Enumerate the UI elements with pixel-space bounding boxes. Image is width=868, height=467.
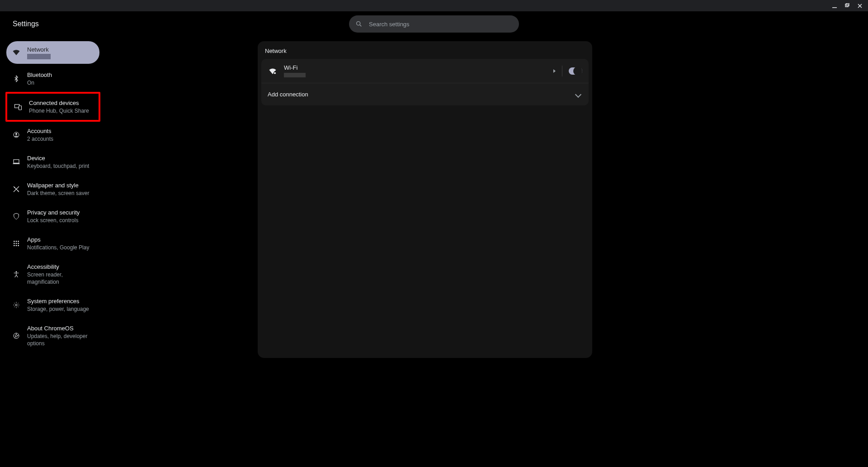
sidebar-item-sublabel: Updates, help, developer options: [27, 333, 94, 347]
sidebar-item-label: About ChromeOS: [27, 324, 94, 333]
svg-point-3: [357, 22, 360, 25]
window-titlebar: [0, 0, 868, 11]
wifi-row[interactable]: Wi-Fi: [261, 59, 589, 83]
sidebar-item-label: Wallpaper and style: [27, 181, 89, 190]
svg-point-20: [16, 245, 17, 246]
wifi-toggle[interactable]: [569, 67, 582, 75]
svg-line-4: [360, 25, 361, 26]
maximize-button[interactable]: [843, 1, 852, 10]
svg-point-12: [18, 191, 19, 191]
svg-point-22: [16, 271, 17, 272]
sidebar-item-label: Privacy and security: [27, 209, 80, 217]
svg-point-8: [15, 133, 17, 135]
sidebar-item-label: Accounts: [27, 127, 53, 135]
gear-icon: [12, 300, 21, 310]
network-panel: Network Wi-Fi: [258, 41, 592, 358]
sidebar-item-sublabel: On: [27, 79, 52, 86]
sidebar-item-connected-devices[interactable]: Connected devices Phone Hub, Quick Share: [8, 95, 98, 119]
wifi-lock-icon: [268, 66, 278, 76]
svg-point-19: [14, 245, 15, 246]
main-content: Network Wi-Fi: [104, 41, 868, 467]
annotation-highlight: Connected devices Phone Hub, Quick Share: [5, 92, 100, 122]
sidebar-item-device[interactable]: Device Keyboard, touchpad, print: [6, 150, 99, 174]
wifi-icon: [12, 48, 21, 57]
sidebar-item-label: Bluetooth: [27, 71, 52, 79]
svg-point-17: [16, 243, 17, 244]
network-card: Wi-Fi Add connection: [261, 59, 589, 105]
svg-point-16: [14, 243, 15, 244]
close-button[interactable]: [855, 1, 864, 10]
sidebar-item-label: Connected devices: [29, 99, 89, 107]
sidebar-item-label: System preferences: [27, 297, 89, 305]
sidebar-item-accessibility[interactable]: Accessibility Screen reader, magnificati…: [6, 258, 99, 290]
account-icon: [12, 130, 21, 139]
svg-point-15: [18, 241, 19, 242]
svg-rect-9: [14, 160, 19, 163]
svg-rect-26: [274, 72, 276, 74]
apps-grid-icon: [12, 239, 21, 248]
svg-point-11: [14, 187, 15, 188]
svg-point-18: [18, 243, 19, 244]
wifi-name-redacted: [284, 73, 306, 77]
svg-rect-1: [845, 4, 848, 7]
sidebar-item-sublabel: Notifications, Google Play: [27, 244, 89, 251]
sidebar-item-sublabel: Lock screen, controls: [27, 217, 80, 224]
chrome-icon: [12, 331, 21, 340]
add-connection-row[interactable]: Add connection: [261, 83, 589, 105]
sidebar-item-sublabel: Phone Hub, Quick Share: [29, 107, 89, 114]
sidebar-item-sublabel: Storage, power, language: [27, 305, 89, 313]
add-connection-label: Add connection: [268, 91, 570, 98]
svg-point-14: [16, 241, 17, 242]
sidebar-item-sublabel: 2 accounts: [27, 135, 53, 143]
section-title: Network: [258, 48, 592, 59]
palette-icon: [12, 185, 21, 194]
sidebar-item-sublabel-redacted: [27, 54, 51, 59]
sidebar-item-label: Device: [27, 154, 89, 162]
accessibility-icon: [12, 270, 21, 279]
devices-icon: [14, 102, 23, 111]
app-title: Settings: [13, 20, 39, 28]
sidebar-item-label: Network: [27, 46, 51, 54]
sidebar-item-sublabel: Dark theme, screen saver: [27, 190, 89, 197]
svg-point-13: [14, 241, 15, 242]
sidebar-item-network[interactable]: Network: [6, 41, 99, 64]
search-input[interactable]: [369, 21, 513, 28]
svg-point-23: [15, 304, 17, 306]
sidebar-item-bluetooth[interactable]: Bluetooth On: [6, 67, 99, 91]
wifi-label: Wi-Fi: [284, 64, 547, 71]
svg-point-21: [18, 245, 19, 246]
svg-rect-2: [846, 3, 849, 6]
search-bar[interactable]: [349, 15, 519, 33]
minimize-button[interactable]: [830, 1, 839, 10]
sidebar-item-about[interactable]: About ChromeOS Updates, help, developer …: [6, 320, 99, 352]
svg-rect-0: [832, 7, 837, 8]
svg-rect-6: [19, 106, 22, 110]
sidebar-item-wallpaper[interactable]: Wallpaper and style Dark theme, screen s…: [6, 177, 99, 201]
svg-rect-10: [13, 163, 20, 164]
sidebar-item-label: Accessibility: [27, 263, 94, 271]
sidebar-item-privacy[interactable]: Privacy and security Lock screen, contro…: [6, 204, 99, 229]
shield-icon: [12, 212, 21, 221]
sidebar-item-apps[interactable]: Apps Notifications, Google Play: [6, 231, 99, 256]
chevron-down-icon: [576, 92, 582, 97]
search-icon: [355, 20, 363, 28]
arrow-right-icon[interactable]: [553, 69, 556, 73]
sidebar-item-sublabel: Screen reader, magnification: [27, 271, 94, 286]
bluetooth-icon: [12, 74, 21, 83]
sidebar: Network Bluetooth On: [0, 41, 104, 467]
sidebar-item-label: Apps: [27, 236, 89, 244]
divider: [562, 66, 562, 76]
sidebar-item-system[interactable]: System preferences Storage, power, langu…: [6, 293, 99, 317]
sidebar-item-sublabel: Keyboard, touchpad, print: [27, 162, 89, 170]
sidebar-item-accounts[interactable]: Accounts 2 accounts: [6, 123, 99, 147]
laptop-icon: [12, 157, 21, 167]
